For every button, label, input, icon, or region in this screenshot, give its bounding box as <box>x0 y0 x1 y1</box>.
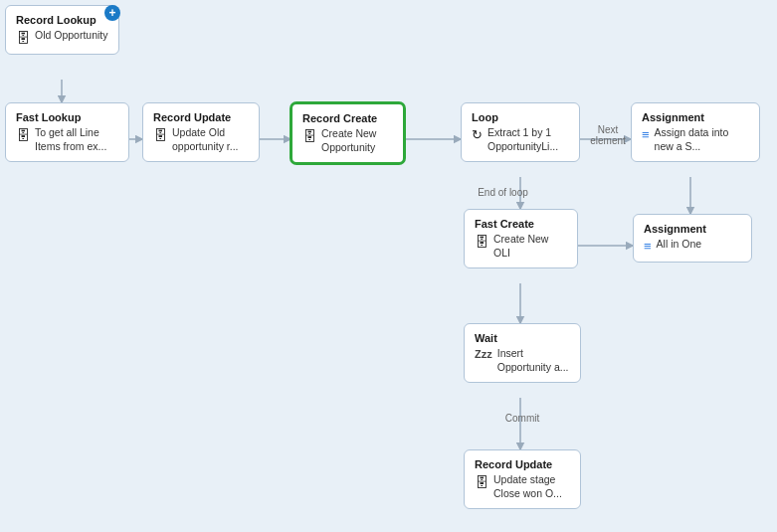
node-icon-row: ≡ Assign data into new a S... <box>642 126 749 153</box>
db-icon: 🗄 <box>302 128 316 144</box>
node-desc: Update stage Close won O... <box>493 473 570 500</box>
wait-node[interactable]: Wait Zzz Insert Opportunity a... <box>464 323 581 383</box>
end-of-loop-label: End of loop <box>466 187 540 198</box>
node-icon-row: 🗄 To get all Line Items from ex... <box>16 126 118 153</box>
node-desc: Create New OLI <box>493 233 567 260</box>
node-title: Wait <box>475 332 570 344</box>
flow-canvas: + Record Lookup 🗄 Old Opportunity Fast L… <box>0 0 777 532</box>
node-desc: Update Old opportunity r... <box>172 126 249 153</box>
node-icon-row: ↻ Extract 1 by 1 OpportunityLi... <box>472 126 569 153</box>
node-desc: Assign data into new a S... <box>655 126 749 153</box>
db-icon: 🗄 <box>475 474 488 490</box>
node-title: Record Lookup <box>16 14 108 26</box>
loop-icon: ↻ <box>472 127 483 142</box>
node-icon-row: Zzz Insert Opportunity a... <box>475 347 570 374</box>
node-title: Assignment <box>644 223 741 235</box>
record-create-node[interactable]: Record Create 🗄 Create New Opportunity <box>291 102 405 164</box>
node-desc: To get all Line Items from ex... <box>35 126 118 153</box>
node-desc: Old Opportunity <box>35 29 108 43</box>
commit-label: Commit <box>487 413 557 424</box>
fast-create-node[interactable]: Fast Create 🗄 Create New OLI <box>464 209 578 268</box>
db-icon: 🗄 <box>153 127 167 143</box>
node-icon-row: 🗄 Old Opportunity <box>16 29 108 46</box>
node-title: Loop <box>472 111 569 123</box>
node-title: Assignment <box>642 111 749 123</box>
node-desc: Extract 1 by 1 OpportunityLi... <box>487 126 569 153</box>
assignment-assign-node[interactable]: Assignment ≡ Assign data into new a S... <box>631 102 760 162</box>
node-title: Fast Create <box>475 218 567 230</box>
record-update-stage-node[interactable]: Record Update 🗄 Update stage Close won O… <box>464 449 581 509</box>
node-desc: All in One <box>657 238 702 252</box>
wait-icon: Zzz <box>475 348 492 360</box>
node-title: Record Update <box>475 458 570 470</box>
assignment-icon: ≡ <box>644 239 652 254</box>
fast-icon: 🗄 <box>475 234 488 250</box>
node-icon-row: 🗄 Create New OLI <box>475 233 567 260</box>
node-desc: Insert Opportunity a... <box>497 347 570 374</box>
loop-node[interactable]: Loop ↻ Extract 1 by 1 OpportunityLi... <box>461 102 580 162</box>
node-icon-row: ≡ All in One <box>644 238 741 254</box>
connectors-svg <box>0 0 777 532</box>
add-button[interactable]: + <box>104 5 120 21</box>
node-title: Record Update <box>153 111 249 123</box>
node-icon-row: 🗄 Create New Opportunity <box>302 127 393 154</box>
assignment-icon: ≡ <box>642 127 650 142</box>
assignment-all-node[interactable]: Assignment ≡ All in One <box>633 214 752 263</box>
record-update-old-node[interactable]: Record Update 🗄 Update Old opportunity r… <box>142 102 260 162</box>
node-desc: Create New Opportunity <box>321 127 393 154</box>
node-title: Record Create <box>302 112 393 124</box>
db-icon: 🗄 <box>16 30 30 46</box>
node-icon-row: 🗄 Update stage Close won O... <box>475 473 570 500</box>
db-icon: 🗄 <box>16 127 30 143</box>
node-title: Fast Lookup <box>16 111 118 123</box>
record-lookup-old-node[interactable]: Record Lookup 🗄 Old Opportunity <box>5 5 119 55</box>
next-element-label: Next element <box>583 124 633 146</box>
fast-lookup-node[interactable]: Fast Lookup 🗄 To get all Line Items from… <box>5 102 129 162</box>
node-icon-row: 🗄 Update Old opportunity r... <box>153 126 249 153</box>
